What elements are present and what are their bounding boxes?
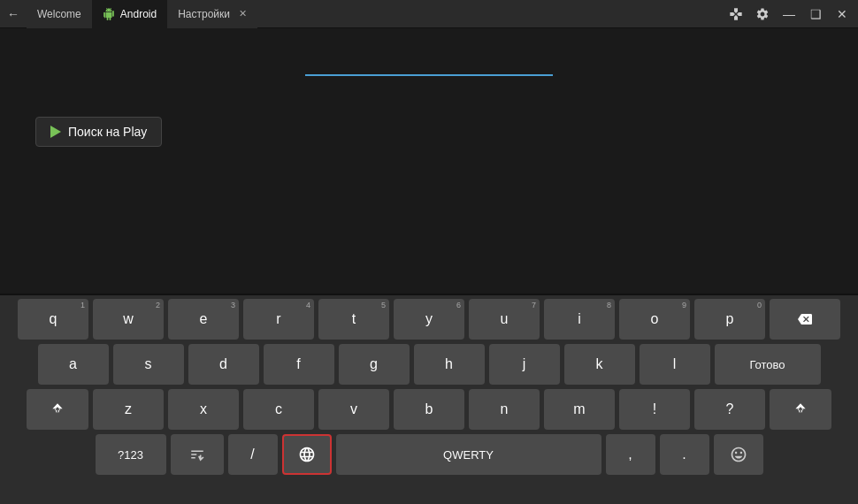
close-icon: ✕ [837, 7, 847, 21]
key-f[interactable]: f [264, 344, 334, 385]
key-s[interactable]: s [113, 344, 184, 385]
key-o[interactable]: 9o [619, 299, 690, 340]
key-special[interactable] [171, 434, 224, 475]
tab-android-label: Android [120, 8, 157, 20]
minimize-button[interactable]: — [777, 2, 801, 27]
key-language[interactable] [282, 434, 332, 475]
key-t[interactable]: 5t [318, 299, 389, 340]
keyboard-area: 1q 2w 3e 4r 5t 6y 7u 8i 9o 0p a s d f g … [0, 294, 858, 504]
key-g[interactable]: g [339, 344, 410, 385]
key-u[interactable]: 7u [469, 299, 540, 340]
key-b[interactable]: b [394, 389, 464, 430]
shift-icon-right [793, 401, 808, 417]
tab-android[interactable]: Android [92, 0, 167, 28]
tab-welcome[interactable]: Welcome [27, 0, 92, 28]
key-e[interactable]: 3e [168, 299, 239, 340]
restore-icon: ❑ [810, 7, 822, 21]
key-slash[interactable]: / [228, 434, 278, 475]
tab-welcome-label: Welcome [37, 8, 81, 20]
play-search-label: Поиск на Play [68, 125, 147, 139]
key-i[interactable]: 8i [544, 299, 615, 340]
key-c[interactable]: c [243, 389, 314, 430]
close-button[interactable]: ✕ [830, 2, 854, 27]
key-l[interactable]: l [640, 344, 710, 385]
key-r[interactable]: 4r [243, 299, 314, 340]
key-n[interactable]: n [469, 389, 540, 430]
key-q[interactable]: 1q [18, 299, 88, 340]
num-hint-2: 2 [156, 301, 160, 309]
key-123[interactable]: ?123 [96, 434, 166, 475]
num-hint-6: 6 [456, 301, 461, 309]
back-icon: ← [7, 7, 19, 21]
keyboard-row-4: ?123 / QWERTY , . [4, 434, 854, 475]
num-hint-3: 3 [231, 301, 235, 309]
num-hint-8: 8 [607, 301, 611, 309]
key-p[interactable]: 0p [694, 299, 765, 340]
back-button[interactable]: ← [0, 0, 27, 28]
key-exclaim[interactable]: ! [619, 389, 690, 430]
keyboard-row-3: z x c v b n m ! ? [4, 389, 854, 430]
key-h[interactable]: h [414, 344, 485, 385]
num-hint-5: 5 [381, 301, 386, 309]
play-search-button[interactable]: Поиск на Play [35, 117, 162, 147]
num-hint-9: 9 [682, 301, 686, 309]
emoji-icon [730, 446, 747, 463]
gear-icon [755, 7, 770, 21]
key-space[interactable]: QWERTY [336, 434, 601, 475]
key-v[interactable]: v [318, 389, 389, 430]
key-backspace[interactable] [770, 299, 840, 340]
key-shift-left[interactable] [27, 389, 88, 430]
restore-button[interactable]: ❑ [803, 2, 828, 27]
settings-button[interactable] [750, 2, 775, 27]
titlebar: ← Welcome Android Настройки ✕ — ❑ [0, 0, 858, 28]
key-emoji[interactable] [714, 434, 763, 475]
minimize-icon: — [783, 7, 795, 21]
play-icon [50, 126, 61, 138]
titlebar-controls: — ❑ ✕ [724, 2, 858, 27]
special-icon [189, 447, 205, 462]
keyboard-row-2: a s d f g h j k l Готово [4, 344, 854, 385]
keyboard-row-1: 1q 2w 3e 4r 5t 6y 7u 8i 9o 0p [4, 299, 854, 340]
key-x[interactable]: x [168, 389, 239, 430]
key-d[interactable]: d [188, 344, 259, 385]
key-j[interactable]: j [489, 344, 560, 385]
key-period[interactable]: . [660, 434, 709, 475]
num-hint-7: 7 [532, 301, 536, 309]
android-icon [103, 7, 115, 21]
tab-settings-close[interactable]: ✕ [239, 8, 247, 19]
key-question[interactable]: ? [694, 389, 765, 430]
globe-icon [298, 446, 316, 463]
backspace-icon [795, 312, 815, 326]
key-done[interactable]: Готово [715, 344, 821, 385]
tab-settings[interactable]: Настройки ✕ [167, 0, 257, 28]
search-input-area[interactable] [305, 55, 553, 76]
key-comma[interactable]: , [606, 434, 655, 475]
num-hint-0: 0 [757, 301, 762, 309]
key-y[interactable]: 6y [394, 299, 464, 340]
shift-icon-left [50, 401, 65, 417]
key-k[interactable]: k [564, 344, 635, 385]
tab-settings-label: Настройки [178, 8, 230, 20]
search-input[interactable] [305, 55, 553, 76]
main-content: Поиск на Play [0, 28, 858, 294]
key-z[interactable]: z [93, 389, 164, 430]
gamepad-button[interactable] [724, 2, 748, 27]
num-hint-4: 4 [306, 301, 310, 309]
num-hint-1: 1 [80, 301, 85, 309]
gamepad-icon [729, 7, 743, 21]
key-shift-right[interactable] [770, 389, 831, 430]
key-m[interactable]: m [544, 389, 615, 430]
key-w[interactable]: 2w [93, 299, 164, 340]
key-a[interactable]: a [38, 344, 109, 385]
